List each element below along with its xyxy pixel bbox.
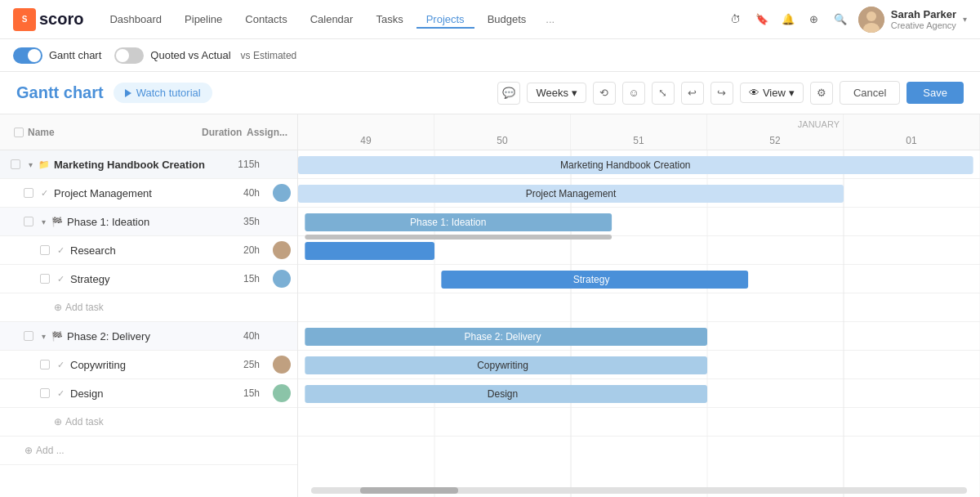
redo-icon[interactable]: ↪ — [710, 82, 733, 105]
nav-tasks[interactable]: Tasks — [366, 10, 412, 29]
task-assign — [266, 184, 291, 202]
task-name: Research — [70, 244, 221, 257]
nav-pipeline[interactable]: Pipeline — [175, 10, 232, 29]
gantt-toggle-group: Gantt chart — [13, 47, 101, 64]
add-task-label: Add task — [65, 416, 104, 428]
gantt-row — [298, 208, 980, 236]
task-name: Design — [70, 387, 221, 400]
watch-tutorial-label: Watch tutorial — [136, 87, 201, 99]
plus-icon: ⊕ — [54, 416, 62, 428]
task-row[interactable]: ✓ Research 20h — [0, 236, 297, 265]
task-row[interactable]: ✓ Design 15h — [0, 379, 297, 408]
expand-icon[interactable]: ▾ — [38, 330, 49, 342]
header-checkbox[interactable] — [14, 128, 24, 137]
plus-icon[interactable]: ⊕ — [806, 11, 822, 28]
task-row[interactable]: ✓ Copywriting 25h — [0, 351, 297, 379]
user-chevron-icon: ▾ — [963, 15, 967, 24]
nav-calendar[interactable]: Calendar — [301, 10, 363, 29]
gantt-timeline: 49 50 51 JANUARY 52 01 — [298, 114, 980, 150]
expand-icon[interactable]: ▾ — [38, 216, 49, 227]
task-assign — [266, 356, 291, 374]
add-task-button[interactable]: ⊕ Add task — [54, 416, 104, 428]
logo[interactable]: S scoro — [13, 8, 83, 31]
column-name-header: Name — [28, 127, 202, 138]
save-button[interactable]: Save — [906, 82, 964, 104]
user-company: Creative Agency — [891, 20, 956, 30]
gantt-row — [298, 293, 980, 322]
weeks-selector[interactable]: Weeks ▾ — [527, 83, 586, 103]
search-icon[interactable]: 🔍 — [832, 11, 849, 28]
task-rows: ▾ 📁 Marketing Handbook Creation 115h ✓ P… — [0, 150, 297, 497]
nav-more[interactable]: ... — [539, 10, 561, 29]
bookmark-icon[interactable]: 🔖 — [754, 11, 770, 28]
gantt-row — [298, 408, 980, 437]
row-checkbox[interactable] — [24, 331, 33, 341]
eye-icon: 👁 — [749, 87, 760, 99]
comment-icon[interactable]: 💬 — [497, 82, 520, 105]
nav-budgets[interactable]: Budgets — [478, 10, 537, 29]
task-name: Strategy — [70, 273, 221, 285]
row-checkbox[interactable] — [11, 159, 20, 169]
folder-icon: 📁 — [38, 158, 51, 171]
row-checkbox[interactable] — [40, 388, 50, 398]
task-row[interactable]: ▾ 🏁 Phase 1: Ideation 35h — [0, 208, 297, 236]
svg-point-1 — [866, 11, 876, 21]
view-label: View — [763, 87, 786, 99]
view-chevron-icon: ▾ — [789, 87, 795, 99]
user-name: Sarah Parker — [891, 8, 956, 20]
nav-contacts[interactable]: Contacts — [235, 10, 296, 29]
play-icon — [125, 89, 131, 97]
week-number: 51 — [633, 135, 644, 146]
column-assign-header: Assign... — [247, 127, 287, 138]
gantt-header: Gantt chart Watch tutorial 💬 Weeks ▾ ⟲ ☺… — [0, 72, 980, 114]
scrollbar-thumb[interactable] — [360, 487, 458, 494]
nav-projects[interactable]: Projects — [416, 10, 474, 29]
nav-dashboard[interactable]: Dashboard — [100, 10, 172, 29]
add-group-row[interactable]: ⊕ Add ... — [0, 437, 297, 465]
avatar — [858, 7, 884, 33]
cancel-button[interactable]: Cancel — [840, 81, 900, 105]
check-icon: ✓ — [54, 358, 67, 371]
gantt-title: Gantt chart — [16, 83, 104, 102]
assignee-avatar — [273, 270, 291, 288]
assignee-avatar — [273, 384, 291, 402]
task-row[interactable]: ✓ Project Management 40h — [0, 179, 297, 208]
row-checkbox[interactable] — [40, 274, 50, 284]
user-area[interactable]: Sarah Parker Creative Agency ▾ — [858, 7, 967, 33]
task-row[interactable]: ▾ 🏁 Phase 2: Delivery 40h — [0, 322, 297, 351]
timer-icon[interactable]: ⏱ — [728, 11, 744, 28]
add-task-row[interactable]: ⊕ Add task — [0, 293, 297, 322]
task-duration: 25h — [221, 359, 266, 370]
week-col-50: 50 — [434, 114, 571, 150]
task-name: Project Management — [54, 187, 221, 199]
gantt-chart-area: 49 50 51 JANUARY 52 01 — [298, 114, 980, 497]
week-number: 52 — [769, 135, 780, 146]
gantt-row — [298, 351, 980, 379]
task-row[interactable]: ▾ 📁 Marketing Handbook Creation 115h — [0, 150, 297, 179]
week-number: 50 — [497, 135, 507, 146]
expand-icon[interactable]: ▾ — [24, 159, 36, 170]
row-checkbox[interactable] — [24, 188, 33, 198]
view-button[interactable]: 👁 View ▾ — [740, 83, 804, 103]
gantt-chart-toggle[interactable] — [13, 47, 42, 64]
bell-icon[interactable]: 🔔 — [780, 11, 796, 28]
gantt-row — [298, 179, 980, 208]
gantt-row — [298, 236, 980, 265]
undo-icon[interactable]: ↩ — [681, 82, 704, 105]
scrollbar-track[interactable] — [298, 487, 980, 494]
add-task-button[interactable]: ⊕ Add task — [54, 302, 104, 313]
undo-time-icon[interactable]: ⟲ — [593, 82, 616, 105]
task-row[interactable]: ✓ Strategy 15h — [0, 265, 297, 293]
row-checkbox[interactable] — [40, 245, 50, 255]
add-group-button[interactable]: ⊕ Add ... — [24, 445, 65, 456]
row-checkbox[interactable] — [24, 217, 33, 226]
add-task-row[interactable]: ⊕ Add task — [0, 408, 297, 437]
settings-icon[interactable]: ⚙ — [810, 82, 833, 105]
expand-icon[interactable]: ⤡ — [652, 82, 675, 105]
gantt-body: Name Duration Assign... ▾ 📁 Marketing Ha… — [0, 114, 980, 497]
smiley-icon[interactable]: ☺ — [622, 82, 645, 105]
gantt-row — [298, 437, 980, 465]
quoted-vs-actual-toggle[interactable] — [114, 47, 144, 64]
watch-tutorial-button[interactable]: Watch tutorial — [114, 83, 212, 103]
row-checkbox[interactable] — [40, 360, 50, 369]
